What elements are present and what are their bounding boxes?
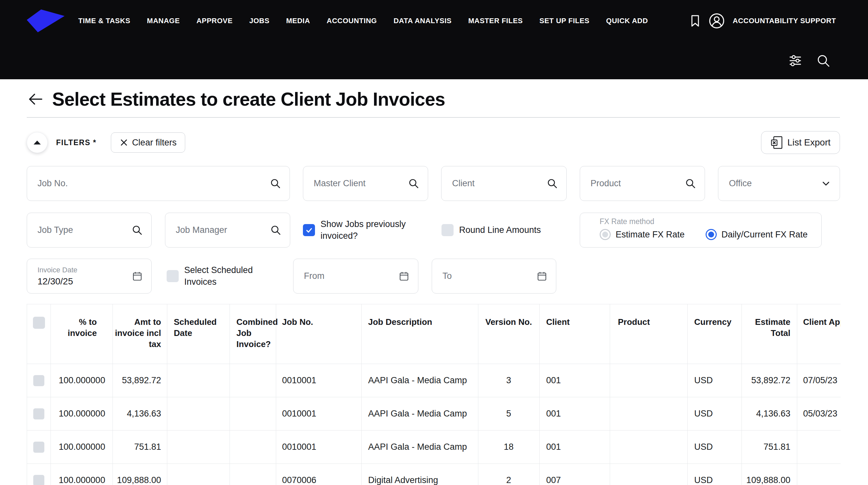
nav-quick-add[interactable]: QUICK ADD: [606, 17, 648, 25]
nav-set-up-files[interactable]: SET UP FILES: [539, 17, 590, 25]
accountability-support-link[interactable]: ACCOUNTABILITY SUPPORT: [733, 17, 836, 25]
list-export-label: List Export: [787, 137, 831, 148]
job-manager-field[interactable]: [165, 213, 290, 247]
col-client-approved: Client Approved: [797, 304, 841, 364]
cell-client-approved: [797, 430, 841, 464]
job-type-field[interactable]: [27, 213, 152, 247]
search-icon: [685, 178, 696, 189]
show-previously-invoiced-checkbox[interactable]: [303, 224, 315, 236]
cell-pct: 100.000000: [51, 364, 113, 397]
nav-media[interactable]: MEDIA: [286, 17, 310, 25]
cell-combined: [230, 397, 276, 430]
fx-estimate-option[interactable]: Estimate FX Rate: [600, 229, 685, 240]
clear-filters-button[interactable]: Clear filters: [111, 132, 186, 153]
job-no-input[interactable]: [27, 178, 289, 188]
cell-estimate-total: 4,136.63: [742, 397, 797, 430]
col-job-description: Job Description: [362, 304, 478, 364]
cell-version: 3: [478, 364, 540, 397]
cell-amt: 4,136.63: [113, 397, 167, 430]
collapse-filters-button[interactable]: [27, 132, 48, 153]
cell-combined: [230, 364, 276, 397]
round-line-amounts-checkbox[interactable]: [441, 224, 454, 236]
cell-product: [610, 464, 688, 485]
search-icon[interactable]: [816, 53, 831, 68]
col-estimate-total: Estimate Total: [742, 304, 797, 364]
invoice-date-value: 12/30/25: [37, 276, 73, 287]
chevron-down-icon: [821, 178, 831, 189]
nav-jobs[interactable]: JOBS: [249, 17, 269, 25]
invoice-date-field[interactable]: Invoice Date 12/30/25: [27, 259, 152, 294]
checkmark-icon: [305, 226, 313, 234]
cell-estimate-total: 53,892.72: [742, 364, 797, 397]
cell-client-approved: [797, 464, 841, 485]
office-select[interactable]: Office: [718, 166, 840, 201]
search-icon: [270, 225, 281, 236]
invoice-date-label: Invoice Date: [37, 266, 77, 274]
table-row: 100.000000 751.81 0010001 AAPI Gala - Me…: [27, 430, 841, 464]
cell-job-description: AAPI Gala - Media Camp: [362, 364, 478, 397]
filters-section-label: FILTERS *: [56, 138, 96, 147]
select-all-checkbox[interactable]: [33, 317, 45, 329]
cell-version: 18: [478, 430, 540, 464]
user-avatar-icon[interactable]: [709, 13, 725, 29]
estimates-table-wrapper: % to invoice Amt to invoice incl tax Sch…: [27, 304, 841, 485]
cell-estimate-total: 109,888.00: [742, 464, 797, 485]
filter-settings-icon[interactable]: [788, 53, 803, 68]
cell-scheduled-date: [167, 364, 230, 397]
page-title: Select Estimates to create Client Job In…: [52, 88, 445, 110]
bookmark-icon[interactable]: [690, 14, 701, 28]
fx-estimate-label: Estimate FX Rate: [616, 230, 685, 240]
cell-scheduled-date: [167, 430, 230, 464]
cell-job-no: 0010001: [276, 364, 362, 397]
office-placeholder: Office: [718, 178, 752, 188]
fx-daily-option[interactable]: Daily/Current FX Rate: [706, 229, 808, 240]
cell-pct: 100.000000: [51, 464, 113, 485]
cell-product: [610, 430, 688, 464]
cell-pct: 100.000000: [51, 397, 113, 430]
cell-job-no: 0070006: [276, 464, 362, 485]
product-field[interactable]: [580, 166, 705, 201]
row-select-checkbox[interactable]: [33, 375, 44, 386]
cell-amt: 751.81: [113, 430, 167, 464]
brand-logo[interactable]: [27, 9, 65, 32]
nav-master-files[interactable]: MASTER FILES: [468, 17, 523, 25]
calendar-icon[interactable]: [132, 271, 143, 282]
job-no-field[interactable]: [27, 166, 290, 201]
fx-rate-method-group: FX Rate method Estimate FX Rate Daily/Cu…: [580, 213, 822, 247]
cell-scheduled-date: [167, 464, 230, 485]
cell-currency: USD: [688, 430, 742, 464]
col-client: Client: [540, 304, 610, 364]
select-scheduled-invoices-checkbox[interactable]: [166, 270, 179, 282]
col-job-no: Job No.: [276, 304, 362, 364]
radio-icon[interactable]: [706, 229, 717, 240]
from-date-field[interactable]: [293, 259, 418, 294]
cell-amt: 53,892.72: [113, 364, 167, 397]
list-export-button[interactable]: List Export: [761, 131, 840, 154]
nav-manage[interactable]: MANAGE: [147, 17, 180, 25]
cell-product: [610, 397, 688, 430]
row-select-checkbox[interactable]: [33, 475, 44, 485]
nav-accounting[interactable]: ACCOUNTING: [327, 17, 377, 25]
search-icon: [547, 178, 558, 189]
fx-rate-method-label: FX Rate method: [600, 217, 822, 226]
nav-approve[interactable]: APPROVE: [196, 17, 232, 25]
cell-estimate-total: 751.81: [742, 430, 797, 464]
nav-time-tasks[interactable]: TIME & TASKS: [78, 17, 130, 25]
radio-icon[interactable]: [600, 229, 611, 240]
row-select-checkbox[interactable]: [33, 442, 44, 453]
show-previously-invoiced-label: Show Jobs previously invoiced?: [320, 218, 418, 241]
cell-version: 2: [478, 464, 540, 485]
calendar-icon[interactable]: [536, 271, 548, 282]
nav-data-analysis[interactable]: DATA ANALYSIS: [394, 17, 452, 25]
to-date-field[interactable]: [432, 259, 556, 294]
cell-combined: [230, 464, 276, 485]
cell-version: 5: [478, 397, 540, 430]
col-amt-to-invoice: Amt to invoice incl tax: [113, 304, 167, 364]
row-select-checkbox[interactable]: [33, 408, 44, 419]
client-field[interactable]: [441, 166, 567, 201]
search-icon: [408, 178, 419, 189]
master-client-field[interactable]: [303, 166, 429, 201]
back-arrow-icon[interactable]: [27, 92, 44, 106]
calendar-icon[interactable]: [399, 271, 409, 282]
logo-icon: [27, 9, 65, 32]
